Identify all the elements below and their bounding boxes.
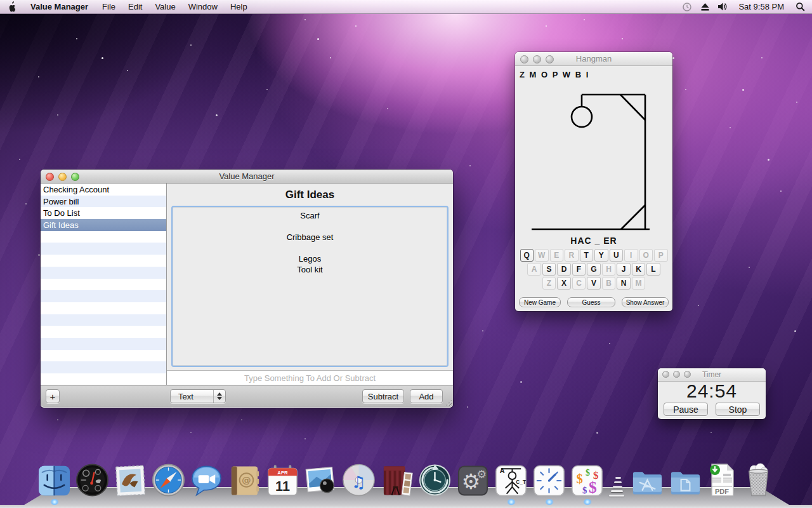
dock-pdf-document-icon[interactable]: PDF [706, 462, 738, 498]
close-button[interactable] [662, 371, 669, 378]
key-f[interactable]: F [572, 263, 586, 276]
key-m[interactable]: M [632, 277, 646, 290]
dock-timer-app-icon[interactable] [532, 462, 566, 498]
close-button[interactable] [46, 173, 54, 181]
key-a[interactable]: A [527, 263, 541, 276]
apple-menu[interactable] [0, 1, 23, 12]
value-manager-window: Value Manager Checking Account Power bil… [41, 170, 453, 408]
type-popup-value: Text [178, 392, 193, 401]
resize-grip[interactable] [444, 398, 452, 406]
sidebar-item-to-do-list[interactable]: To Do List [41, 207, 166, 219]
key-o[interactable]: O [639, 249, 653, 262]
entry-field[interactable]: Type Something To Add Or Subtract [167, 370, 453, 385]
key-i[interactable]: I [624, 249, 638, 262]
new-game-button[interactable]: New Game [519, 297, 561, 307]
menu-clock[interactable]: Sat 9:58 PM [733, 2, 789, 11]
dock-applications-folder-icon[interactable] [630, 462, 665, 498]
dock-ichat-icon[interactable] [189, 462, 224, 498]
type-popup[interactable]: Text [170, 389, 226, 403]
apple-logo-icon [7, 1, 16, 12]
volume-menu-icon[interactable] [716, 0, 730, 14]
menu-value[interactable]: Value [148, 0, 181, 14]
close-button[interactable] [520, 55, 528, 64]
sidebar-empty-row [41, 255, 166, 267]
hangman-titlebar[interactable]: Hangman [515, 52, 672, 66]
value-list-area[interactable]: Scarf Cribbage set Legos Tool kit [171, 206, 449, 367]
sidebar-item-gift-ideas[interactable]: Gift Ideas [41, 219, 166, 231]
hangman-icon-letters-ct: C_T [516, 479, 526, 485]
dock-dashboard-icon[interactable] [75, 462, 110, 498]
eject-menu-icon[interactable] [698, 0, 712, 14]
sidebar-empty-row [41, 267, 166, 279]
key-j[interactable]: J [617, 263, 631, 276]
key-n[interactable]: N [617, 277, 631, 290]
key-c[interactable]: C [572, 277, 586, 290]
dock-itunes-icon[interactable]: ♫ [341, 462, 376, 498]
list-line: Tool kit [173, 264, 447, 275]
stop-button[interactable]: Stop [716, 403, 760, 416]
key-v[interactable]: V [587, 277, 601, 290]
sidebar-item-power-bill[interactable]: Power bill [41, 196, 166, 208]
dock-address-book-icon[interactable]: @ [227, 462, 262, 498]
key-q[interactable]: Q [520, 249, 534, 262]
dock-safari-icon[interactable] [151, 462, 186, 498]
add-list-button[interactable]: + [46, 389, 60, 403]
dock-finder-icon[interactable] [37, 462, 72, 498]
menu-file[interactable]: File [96, 0, 122, 14]
list-line: Legos [173, 253, 447, 264]
timer-titlebar[interactable]: Timer [658, 368, 766, 382]
key-g[interactable]: G [587, 263, 601, 276]
sidebar-empty-row [41, 361, 166, 373]
menu-window[interactable]: Window [182, 0, 224, 14]
key-u[interactable]: U [610, 249, 624, 262]
gallows-drawing [520, 81, 667, 234]
key-w[interactable]: W [535, 249, 549, 262]
key-x[interactable]: X [557, 277, 571, 290]
dock-system-preferences-icon[interactable]: ⚙ ⚙ [455, 462, 490, 498]
dock-documents-folder-icon[interactable] [668, 462, 703, 498]
zoom-button[interactable] [684, 371, 691, 378]
key-z[interactable]: Z [542, 277, 556, 290]
key-p[interactable]: P [654, 249, 668, 262]
dock-photo-booth-icon[interactable] [379, 462, 414, 498]
zoom-button[interactable] [71, 173, 79, 181]
key-d[interactable]: D [557, 263, 571, 276]
minimize-button[interactable] [673, 371, 680, 378]
subtract-button[interactable]: Subtract [362, 389, 404, 403]
dock-hangman-app-icon[interactable]: A C_T [494, 462, 528, 498]
dock-ical-icon[interactable]: APR 11 [265, 462, 300, 498]
hangman-window: Hangman Z M O P W B I HAC _ ER Q W E R T… [515, 52, 672, 311]
dock-time-machine-icon[interactable] [417, 462, 452, 498]
spotlight-icon[interactable] [793, 0, 807, 14]
key-r[interactable]: R [565, 249, 579, 262]
svg-text:@: @ [242, 474, 251, 485]
pause-button[interactable]: Pause [664, 403, 708, 416]
key-h[interactable]: H [602, 263, 616, 276]
popup-stepper-icon [213, 390, 225, 403]
key-k[interactable]: K [632, 263, 646, 276]
svg-text:$: $ [577, 472, 583, 486]
menu-edit[interactable]: Edit [122, 0, 148, 14]
key-s[interactable]: S [542, 263, 556, 276]
key-t[interactable]: T [580, 249, 594, 262]
dock-iphoto-icon[interactable] [303, 462, 338, 498]
guess-button[interactable]: Guess [567, 297, 615, 307]
menu-help[interactable]: Help [224, 0, 254, 14]
menu-app-name[interactable]: Value Manager [23, 0, 96, 14]
dock-value-manager-app-icon[interactable]: $ $ $ $ $ [570, 462, 605, 498]
dock-trash-icon[interactable] [741, 462, 776, 498]
zoom-button[interactable] [546, 55, 554, 64]
key-b[interactable]: B [602, 277, 616, 290]
key-y[interactable]: Y [594, 249, 608, 262]
minimize-button[interactable] [533, 55, 541, 64]
ical-month-label: APR [277, 470, 288, 476]
dock-mail-icon[interactable] [113, 462, 148, 498]
value-manager-titlebar[interactable]: Value Manager [41, 170, 453, 184]
key-e[interactable]: E [550, 249, 564, 262]
sidebar-item-checking-account[interactable]: Checking Account [41, 184, 166, 196]
show-answer-button[interactable]: Show Answer [622, 297, 669, 307]
minimize-button[interactable] [58, 173, 67, 181]
key-l[interactable]: L [646, 263, 660, 276]
time-machine-menu-icon[interactable] [680, 0, 694, 14]
add-button[interactable]: Add [410, 389, 443, 403]
